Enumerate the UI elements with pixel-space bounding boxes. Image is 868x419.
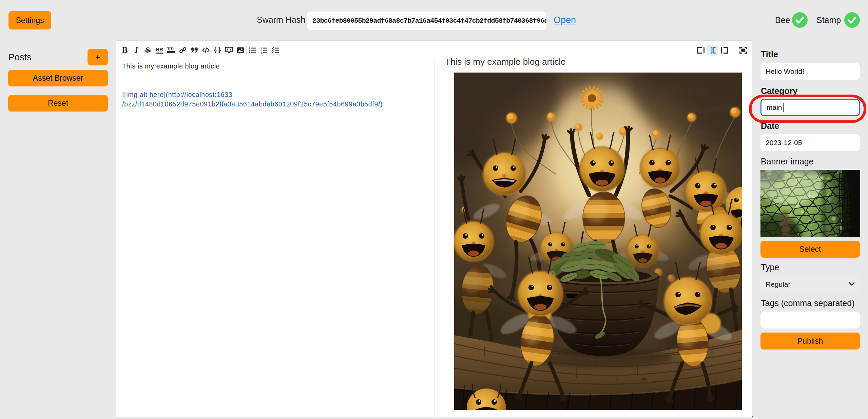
svg-text:3: 3 [261, 51, 262, 54]
